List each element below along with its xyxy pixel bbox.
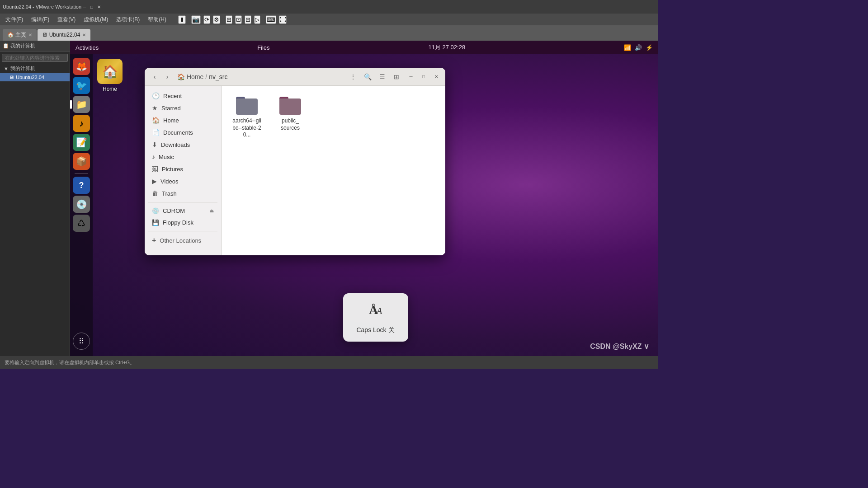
- starred-icon: ★: [152, 104, 158, 112]
- files-icon: 📁: [76, 99, 87, 110]
- show-apps-button[interactable]: ⠿: [73, 333, 90, 350]
- add-icon: +: [152, 236, 156, 244]
- sidebar-item-cdrom[interactable]: 💿 CDROM ⏏: [146, 205, 219, 216]
- dock-disk[interactable]: 💿: [73, 196, 90, 213]
- network-icon[interactable]: 📶: [624, 44, 631, 51]
- maximize-button[interactable]: □: [418, 71, 429, 82]
- vmware-sidebar-title: 📋: [3, 43, 9, 49]
- home-folder-icon: 🏠: [97, 59, 123, 84]
- folder-public-sources[interactable]: public_sources: [272, 93, 308, 142]
- vmware-tree-ubuntu[interactable]: 🖥 Ubuntu22.04: [0, 73, 70, 81]
- vmware-sidebar-heading: 我的计算机: [10, 42, 35, 49]
- breadcrumb-current: nv_src: [209, 73, 227, 80]
- sidebar-item-documents[interactable]: 📄 Documents: [146, 127, 219, 138]
- tab-home-close[interactable]: ✕: [28, 33, 32, 38]
- vmware-close-btn[interactable]: ✕: [96, 4, 102, 10]
- home-sidebar-label: Home: [163, 117, 179, 124]
- dock-help[interactable]: ?: [73, 177, 90, 194]
- floppy-left: 💾 Floppy Disk: [152, 219, 193, 226]
- dock-writer[interactable]: 📝: [73, 134, 90, 151]
- sidebar-item-music[interactable]: ♪ Music: [146, 151, 219, 163]
- view-btn4[interactable]: ▷: [254, 15, 260, 24]
- sidebar-item-floppy[interactable]: 💾 Floppy Disk: [146, 217, 219, 228]
- search-button[interactable]: 🔍: [361, 70, 374, 83]
- dock-thunderbird[interactable]: 🐦: [73, 77, 90, 94]
- cdrom-eject-icon[interactable]: ⏏: [209, 208, 214, 214]
- vmware-minimize-btn[interactable]: ─: [81, 4, 88, 10]
- fullscreen-btn[interactable]: ⛶: [279, 15, 287, 24]
- sidebar-item-videos[interactable]: ▶ Videos: [146, 175, 219, 187]
- sidebar-item-pictures[interactable]: 🖼 Pictures: [146, 163, 219, 175]
- revert-btn[interactable]: ⟳: [203, 15, 210, 24]
- sidebar-item-starred[interactable]: ★ Starred: [146, 102, 219, 114]
- files-body: 🕐 Recent ★ Starred 🏠 Home 📄 Documents ⬇: [145, 86, 445, 255]
- tab-ubuntu-close[interactable]: ✕: [82, 33, 86, 38]
- volume-icon[interactable]: 🔊: [635, 44, 642, 51]
- menu-help[interactable]: 帮助(H): [144, 15, 170, 24]
- files-main-content: aarch64--glibc--stable-20... public_sour…: [222, 86, 445, 255]
- sidebar-item-downloads[interactable]: ⬇ Downloads: [146, 139, 219, 150]
- documents-label: Documents: [163, 129, 193, 136]
- my-computer-label: 我的计算机: [10, 65, 35, 72]
- forward-button[interactable]: ›: [161, 70, 174, 83]
- folder-public-icon: [279, 97, 301, 115]
- view-btn3[interactable]: ⊟: [245, 15, 251, 24]
- menu-edit[interactable]: 编辑(E): [28, 15, 53, 24]
- dock-firefox[interactable]: 🦊: [73, 58, 90, 75]
- pause-btn[interactable]: ⏸: [178, 15, 186, 24]
- sidebar-item-trash[interactable]: 🗑 Trash: [146, 188, 219, 199]
- vmware-restore-btn[interactable]: □: [89, 4, 95, 10]
- recent-icon: 🕐: [152, 92, 160, 99]
- dock-rhythmbox[interactable]: ♪: [73, 115, 90, 132]
- view-btn1[interactable]: ⊞: [226, 15, 232, 24]
- back-button[interactable]: ‹: [148, 70, 161, 83]
- sidebar-item-other-locations[interactable]: + Other Locations: [146, 234, 219, 247]
- terminal-btn[interactable]: ⌨: [266, 15, 276, 24]
- vmware-window-controls: ─ □ ✕: [81, 4, 102, 10]
- vmware-tree-root[interactable]: ▼ 我的计算机: [0, 64, 70, 73]
- grid-icon: ⠿: [79, 337, 84, 346]
- files-window: ‹ › 🏠 Home / nv_src ⋮ 🔍 ☰ ⊞ ─ □ ✕: [145, 68, 445, 255]
- documents-icon: 📄: [152, 129, 160, 136]
- dock-files[interactable]: 📁: [73, 96, 90, 113]
- home-desktop-icon[interactable]: 🏠 Home: [97, 59, 123, 92]
- files-label: Files: [257, 44, 269, 51]
- menu-file[interactable]: 文件(F): [2, 15, 27, 24]
- sidebar-item-home[interactable]: 🏠 Home: [146, 114, 219, 126]
- files-sidebar: 🕐 Recent ★ Starred 🏠 Home 📄 Documents ⬇: [145, 86, 222, 255]
- snapshot-btn[interactable]: 📷: [191, 15, 201, 24]
- tab-ubuntu[interactable]: 🖥 Ubuntu22.04 ✕: [38, 29, 90, 41]
- activities-button[interactable]: Activities: [75, 44, 99, 51]
- trash-sidebar-icon: 🗑: [152, 190, 158, 197]
- menu-view[interactable]: 查看(V): [54, 15, 79, 24]
- dock-trash[interactable]: ♺: [73, 215, 90, 232]
- settings-btn[interactable]: ⚙: [213, 15, 220, 24]
- desktop: Ubuntu22.04 - VMware Workstation ─ □ ✕ 文…: [0, 0, 658, 369]
- view-list-button[interactable]: ☰: [376, 70, 388, 83]
- vmware-search-input[interactable]: [2, 54, 68, 62]
- breadcrumb: 🏠 Home / nv_src: [174, 73, 347, 80]
- folder-aarch64[interactable]: aarch64--glibc--stable-20...: [229, 93, 265, 142]
- breadcrumb-home[interactable]: Home: [187, 73, 203, 80]
- view-grid-button[interactable]: ⊞: [390, 70, 403, 83]
- menu-vm[interactable]: 虚拟机(M): [80, 15, 112, 24]
- sidebar-divider-2: [148, 231, 217, 231]
- files-titlebar: ‹ › 🏠 Home / nv_src ⋮ 🔍 ☰ ⊞ ─ □ ✕: [145, 68, 445, 86]
- caps-lock-notification: Å A Caps Lock 关: [343, 293, 408, 342]
- cdrom-icon: 💿: [152, 207, 159, 214]
- power-icon[interactable]: ⚡: [646, 44, 653, 51]
- window-controls: ─ □ ✕: [406, 71, 442, 82]
- view-btn2[interactable]: ⊡: [235, 15, 242, 24]
- vmware-menubar: 文件(F) 编辑(E) 查看(V) 虚拟机(M) 选项卡(B) 帮助(H) ⏸ …: [0, 14, 658, 25]
- sidebar-divider: [148, 202, 217, 202]
- tab-ubuntu-label: 🖥 Ubuntu22.04: [42, 32, 80, 38]
- sidebar-item-recent[interactable]: 🕐 Recent: [146, 90, 219, 102]
- minimize-button[interactable]: ─: [406, 71, 416, 82]
- menu-tabs[interactable]: 选项卡(B): [113, 15, 143, 24]
- floppy-icon: 💾: [152, 219, 159, 226]
- dock-software[interactable]: 📦: [73, 153, 90, 170]
- close-button[interactable]: ✕: [431, 71, 442, 82]
- downloads-icon: ⬇: [152, 141, 157, 148]
- tab-home[interactable]: 🏠 主页 ✕: [3, 29, 37, 41]
- menu-dots-button[interactable]: ⋮: [347, 70, 359, 83]
